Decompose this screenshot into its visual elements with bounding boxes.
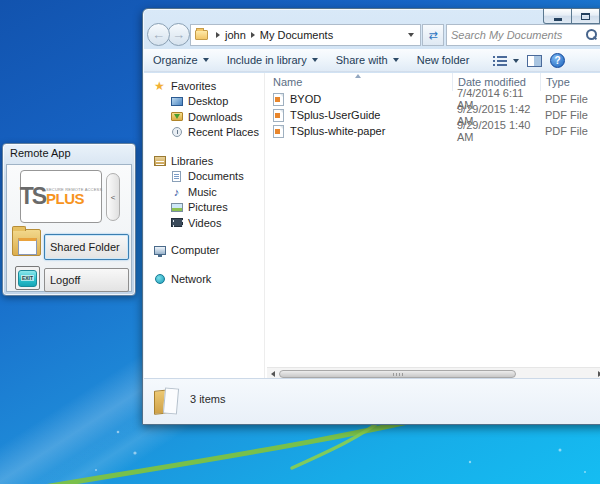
sidebar-item-pictures[interactable]: Pictures <box>144 200 264 216</box>
collapse-arrow-icon: < <box>111 193 116 202</box>
file-row-tsplus-white-paper[interactable]: TSplus-white-paper 9/29/2015 1:40 AM PDF… <box>265 123 600 139</box>
item-count: 3 items <box>190 393 225 405</box>
music-note-icon: ♪ <box>170 186 183 198</box>
column-headers: Name Date modified Type <box>265 73 600 91</box>
search-input[interactable] <box>447 29 584 41</box>
file-list: Name Date modified Type BYOD 7/4/2014 6:… <box>264 73 600 379</box>
change-view-icon[interactable] <box>493 55 508 66</box>
libraries-icon <box>154 156 166 166</box>
folder-icon <box>195 30 208 40</box>
forward-icon: → <box>172 27 185 42</box>
file-row-byod[interactable]: BYOD 7/4/2014 6:11 AM PDF File <box>265 91 600 107</box>
desktop-icon <box>171 97 183 106</box>
help-icon[interactable]: ? <box>550 53 565 68</box>
navigation-bar: ← → john My Documents ⇄ <box>147 22 600 48</box>
tsplus-logo: TS SECURE REMOTE ACCESS PLUS <box>20 170 102 223</box>
pdf-file-icon <box>273 93 284 106</box>
remote-app-title: Remote App <box>10 147 71 159</box>
back-button[interactable]: ← <box>147 23 170 46</box>
command-toolbar: Organize Include in library Share with N… <box>144 49 600 72</box>
navigation-pane: ★ Favorites Desktop Downloads Recent Pla… <box>144 73 264 379</box>
exit-icon-label: EXIT <box>21 275 34 281</box>
sidebar-item-libraries[interactable]: Libraries <box>144 153 264 169</box>
videos-icon <box>171 218 183 227</box>
remote-app-titlebar[interactable]: Remote App <box>3 144 135 163</box>
logoff-button[interactable]: Logoff <box>44 268 129 292</box>
sidebar-item-downloads[interactable]: Downloads <box>144 109 264 125</box>
back-icon: ← <box>152 27 165 42</box>
status-bar: 3 items <box>144 378 600 423</box>
sidebar-item-recent-places[interactable]: Recent Places <box>144 125 264 141</box>
search-icon[interactable] <box>584 28 598 42</box>
breadcrumb-separator-icon <box>251 32 255 38</box>
sidebar-item-network[interactable]: Network <box>144 271 264 287</box>
documents-icon <box>172 171 181 182</box>
column-header-date-modified[interactable]: Date modified <box>452 73 540 91</box>
desktop: Remote App TS SECURE REMOTE ACCESS PLUS … <box>0 0 600 484</box>
address-dropdown-caret-icon[interactable] <box>408 33 414 37</box>
forward-button[interactable]: → <box>167 23 190 46</box>
explorer-window: × ← → john My Documents ⇄ Organize <box>142 8 600 425</box>
pictures-icon <box>171 203 183 212</box>
recent-places-icon <box>172 127 182 137</box>
sidebar-item-favorites[interactable]: ★ Favorites <box>144 78 264 94</box>
dropdown-caret-icon <box>393 58 399 62</box>
new-folder-button[interactable]: New folder <box>408 51 479 69</box>
include-in-library-button[interactable]: Include in library <box>218 51 327 69</box>
minimize-icon <box>554 18 562 21</box>
sidebar-item-videos[interactable]: Videos <box>144 215 264 231</box>
remote-app-body: TS SECURE REMOTE ACCESS PLUS < Shared Fo… <box>6 164 132 292</box>
network-icon <box>155 274 165 284</box>
sidebar-item-computer[interactable]: Computer <box>144 243 264 259</box>
include-in-library-label: Include in library <box>227 54 307 66</box>
breadcrumb-item-john[interactable]: john <box>225 29 246 41</box>
scroll-left-icon[interactable] <box>271 371 275 377</box>
preview-pane-icon[interactable] <box>527 55 542 67</box>
pdf-file-icon <box>273 125 284 138</box>
shared-folder-icon <box>12 229 41 256</box>
sidebar-item-documents[interactable]: Documents <box>144 169 264 185</box>
dropdown-caret-icon <box>203 58 209 62</box>
breadcrumb-item-my-documents[interactable]: My Documents <box>260 29 333 41</box>
folder-details-icon <box>154 386 184 417</box>
sort-ascending-icon <box>355 74 361 78</box>
refresh-button[interactable]: ⇄ <box>422 24 444 46</box>
explorer-content: ★ Favorites Desktop Downloads Recent Pla… <box>144 73 600 379</box>
organize-button[interactable]: Organize <box>144 51 218 69</box>
star-icon: ★ <box>153 80 166 92</box>
sidebar-item-music[interactable]: ♪ Music <box>144 184 264 200</box>
pdf-file-icon <box>273 109 284 122</box>
computer-icon <box>154 246 166 255</box>
maximize-icon <box>581 13 590 20</box>
new-folder-label: New folder <box>417 54 470 66</box>
share-with-label: Share with <box>336 54 388 66</box>
share-with-button[interactable]: Share with <box>327 51 408 69</box>
tsplus-logo-plus: PLUS <box>46 192 84 206</box>
column-header-name[interactable]: Name <box>265 73 452 91</box>
organize-label: Organize <box>153 54 198 66</box>
shared-folder-button[interactable]: Shared Folder <box>44 234 129 260</box>
file-row-tsplus-userguide[interactable]: TSplus-UserGuide 9/29/2015 1:42 AM PDF F… <box>265 107 600 123</box>
breadcrumb-separator-icon <box>216 32 220 38</box>
breadcrumb[interactable]: john My Documents <box>190 24 421 46</box>
search-box <box>446 24 600 46</box>
logoff-exit-icon: EXIT <box>15 266 40 290</box>
remote-app-window: Remote App TS SECURE REMOTE ACCESS PLUS … <box>2 143 136 296</box>
change-view-caret-icon[interactable] <box>513 59 519 63</box>
scrollbar-thumb[interactable] <box>279 370 516 378</box>
collapse-panel-button[interactable]: < <box>106 173 120 221</box>
tsplus-logo-ts: TS <box>20 183 45 210</box>
column-header-type[interactable]: Type <box>540 73 600 91</box>
refresh-icon: ⇄ <box>428 29 437 42</box>
downloads-icon <box>171 112 183 121</box>
dropdown-caret-icon <box>312 58 318 62</box>
sidebar-item-desktop[interactable]: Desktop <box>144 94 264 110</box>
